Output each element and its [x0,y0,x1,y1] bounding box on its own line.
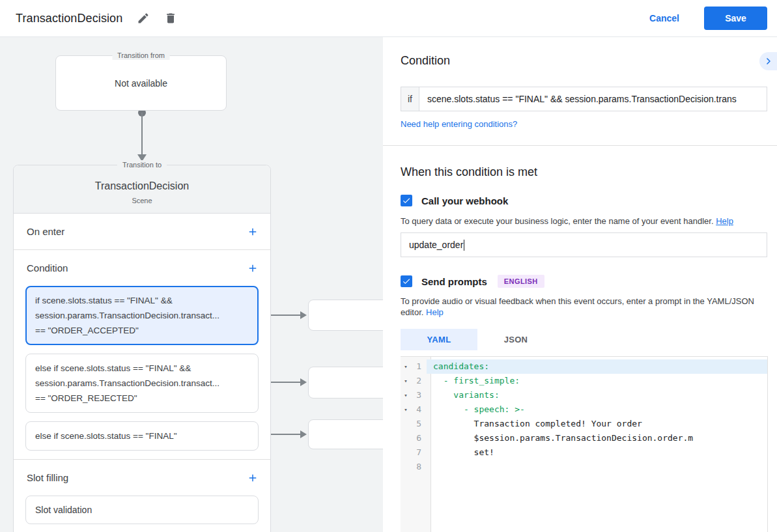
delete-scene-button[interactable] [164,12,177,25]
condition-item-1[interactable]: if scene.slots.status == "FINAL" && sess… [25,286,259,345]
plus-icon [247,262,259,274]
code-text[interactable]: - speech: >- [427,402,767,417]
line-number: 5 [411,417,427,431]
transition-from-box: Transition from Not available [55,55,227,111]
webhook-checkbox[interactable] [401,195,412,206]
prompts-checkbox-row: Send prompts ENGLISH [401,275,544,288]
editor-line-7: 7 set! [401,445,767,460]
fold-spacer [401,417,411,431]
event-handler-input[interactable]: update_order [401,232,767,257]
code-text[interactable]: variants: [427,388,767,402]
slot-filling-section: Slot filling [14,460,270,496]
line-number: 6 [411,431,427,445]
line-number: 4 [411,402,427,417]
editor-line-6: 6 $session.params.TransactionDecision.or… [401,431,767,445]
editor-format-tabs: YAML JSON [401,329,554,350]
panel-title: Condition [401,54,450,68]
scene-card-subtitle: Scene [14,197,270,204]
add-condition-button[interactable] [247,262,259,274]
editor-line-8: 8 [401,460,767,474]
condition-expression-row: if scene.slots.status == "FINAL" && sess… [401,87,767,111]
pencil-icon [137,12,150,25]
line-number: 7 [411,445,427,460]
editor-line-4: ▾4 - speech: >- [401,402,767,417]
condition-help-link[interactable]: Need help entering conditions? [401,119,517,129]
edit-scene-button[interactable] [137,12,150,25]
prompt-code-editor[interactable]: ▾1candidates:▾2 - first_simple:▾3 varian… [401,356,768,532]
fold-spacer [401,445,411,460]
chevron-right-icon [765,57,772,65]
condition-details-panel: Condition if scene.slots.status == "FINA… [383,37,777,532]
transition-from-content: Not available [56,56,226,110]
prompts-description-text: To provide audio or visual feedback when… [401,296,754,317]
fold-toggle-icon[interactable]: ▾ [401,359,411,374]
transition-target-box-2[interactable] [308,367,383,399]
condition-section-label: Condition [27,262,68,273]
scene-flow-canvas: Transition from Not available Transition… [0,37,383,532]
condition-item-2[interactable]: else if scene.slots.status == "FINAL" &&… [25,354,259,413]
top-header: TransactionDecision Cancel Save [0,0,777,37]
text-cursor [464,240,464,251]
on-enter-label: On enter [27,226,64,237]
slot-filling-label: Slot filling [27,472,68,483]
line-number: 1 [411,359,427,374]
webhook-description-text: To query data or execute your business l… [401,216,714,226]
cancel-button[interactable]: Cancel [649,13,679,23]
language-badge: ENGLISH [498,275,544,288]
line-number: 2 [411,374,427,388]
fold-toggle-icon[interactable]: ▾ [401,388,411,402]
editor-line-2: ▾2 - first_simple: [401,374,767,388]
scene-editor-app: TransactionDecision Cancel Save Transiti… [0,0,777,532]
fold-spacer [401,431,411,445]
transition-to-legend: Transition to [117,160,167,169]
fold-toggle-icon[interactable]: ▾ [401,402,411,417]
code-text[interactable]: Transaction completed! Your order [427,417,767,431]
panel-divider [383,145,777,146]
event-handler-value: update_order [409,240,463,250]
condition-item-3[interactable]: else if scene.slots.status == "FINAL" [25,421,259,451]
transition-target-box-3[interactable] [308,419,383,449]
tab-json[interactable]: JSON [477,329,554,350]
line-number: 8 [411,460,427,474]
slot-item-1[interactable]: Slot validation [25,496,259,524]
code-text[interactable] [427,460,767,474]
scene-card-header: TransactionDecision Scene [14,165,270,214]
transition-target-box-1[interactable] [308,300,383,331]
prompts-help-link[interactable]: Help [426,307,444,317]
save-button[interactable]: Save [704,7,767,30]
add-slot-button[interactable] [247,472,259,484]
trash-icon [164,12,177,25]
transition-from-legend: Transition from [112,51,170,60]
code-text[interactable]: - first_simple: [427,374,767,388]
webhook-help-link[interactable]: Help [716,216,733,226]
editor-line-1: ▾1candidates: [401,359,767,374]
scene-card-title: TransactionDecision [14,180,270,192]
prompts-checkbox[interactable] [401,275,412,287]
on-enter-section: On enter [14,214,270,249]
editor-lines: ▾1candidates:▾2 - first_simple:▾3 varian… [401,357,767,474]
page-title: TransactionDecision [16,12,122,25]
checkmark-icon [402,277,411,286]
plus-icon [247,472,259,484]
prompts-description: To provide audio or visual feedback when… [401,296,762,318]
condition-list: if scene.slots.status == "FINAL" && sess… [14,286,270,451]
tab-yaml[interactable]: YAML [401,329,477,350]
code-text[interactable]: $session.params.TransactionDecision.orde… [427,431,767,445]
editor-line-3: ▾3 variants: [401,388,767,402]
slot-list: Slot validation [14,496,270,524]
transition-to-card: Transition to TransactionDecision Scene … [13,165,271,532]
webhook-checkbox-row: Call your webhook [401,195,508,206]
webhook-description: To query data or execute your business l… [401,216,733,227]
condition-section: Condition [14,250,270,286]
add-on-enter-button[interactable] [247,226,259,238]
code-text[interactable]: candidates: [427,359,767,374]
collapse-panel-button[interactable] [759,52,777,70]
fold-spacer [401,460,411,474]
checkmark-icon [402,196,411,205]
condition-expression-input[interactable]: scene.slots.status == "FINAL" && session… [419,87,767,111]
prompts-label: Send prompts [421,276,487,287]
when-condition-met-title: When this condition is met [401,165,537,179]
fold-toggle-icon[interactable]: ▾ [401,374,411,388]
code-text[interactable]: set! [427,445,767,460]
editor-line-5: 5 Transaction completed! Your order [401,417,767,431]
